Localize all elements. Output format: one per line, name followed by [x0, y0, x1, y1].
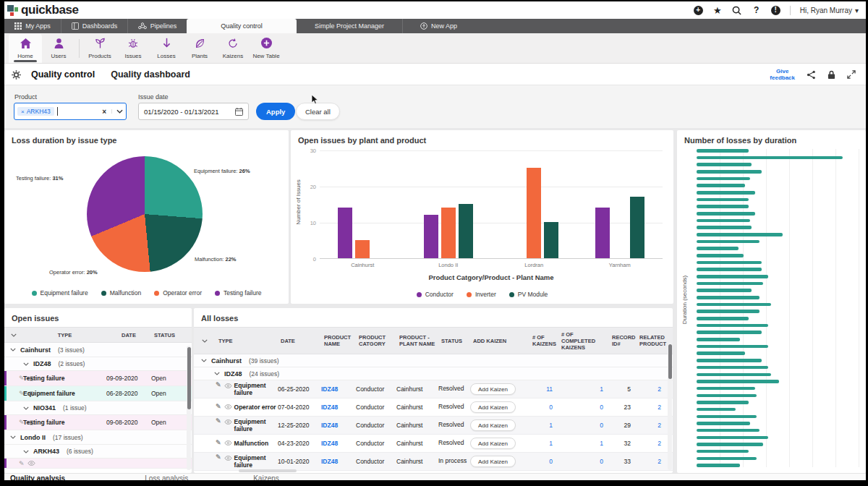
- lock-icon[interactable]: [827, 70, 835, 80]
- num-kaizens-cell[interactable]: 1: [529, 440, 558, 447]
- collapse-chevron-icon[interactable]: [10, 435, 16, 439]
- hbar-bar[interactable]: [697, 450, 749, 453]
- app-tab-dashboards[interactable]: Dashboards: [61, 19, 127, 33]
- hbar-bar[interactable]: [697, 331, 762, 334]
- give-feedback-link[interactable]: Givefeedback: [770, 68, 795, 81]
- hbar-bar[interactable]: [697, 212, 755, 216]
- all-losses-group-cainhurst[interactable]: Cainhurst(39 issues): [194, 354, 673, 367]
- app-tab-pipelines[interactable]: Pipelines: [127, 19, 187, 33]
- hbar-bar[interactable]: [697, 184, 745, 187]
- hbar-bar[interactable]: [697, 303, 771, 307]
- view-icon[interactable]: [224, 404, 232, 409]
- hbar-bar[interactable]: [697, 149, 749, 153]
- hbar-bar[interactable]: [697, 247, 739, 250]
- all-losses-subgroup-idz48[interactable]: IDZ48(24 issues): [194, 367, 673, 380]
- open-issues-header-chevron[interactable]: [4, 328, 23, 342]
- bar-inverter[interactable]: [527, 168, 541, 258]
- app-tab-my-apps[interactable]: My Apps: [4, 19, 61, 33]
- related-product-cell[interactable]: 2: [637, 404, 667, 411]
- hbar-bar[interactable]: [697, 254, 744, 257]
- gear-icon[interactable]: [12, 70, 21, 80]
- all-losses-vscrollbar[interactable]: [668, 343, 672, 470]
- hbar-bar[interactable]: [697, 198, 749, 202]
- footer-tab-kaizens[interactable]: Kaizens: [253, 474, 279, 480]
- hbar-bar[interactable]: [697, 282, 763, 286]
- open-issues-subgroup-idz48[interactable]: IDZ48(2 issues): [4, 357, 192, 371]
- nav-item-users[interactable]: Users: [42, 34, 75, 63]
- add-kaizen-button[interactable]: Add Kaizen: [470, 456, 516, 467]
- all-losses-row[interactable]: ✎Operator error07-04-2020IDZ48ConductorC…: [194, 398, 673, 417]
- hbar-bar[interactable]: [697, 233, 783, 236]
- app-tab-simple-project-manager[interactable]: Simple Project Manager: [297, 19, 402, 33]
- nav-item-products[interactable]: Products: [83, 34, 116, 63]
- apply-button[interactable]: Apply: [256, 103, 295, 120]
- hbar-bar[interactable]: [697, 310, 760, 313]
- nav-item-kaizens[interactable]: Kaizens: [216, 34, 250, 63]
- num-kaizens-cell[interactable]: 0: [529, 404, 558, 411]
- hbar-bar[interactable]: [697, 275, 768, 278]
- nav-item-plants[interactable]: Plants: [183, 34, 216, 63]
- all-losses-header-chevron[interactable]: [194, 328, 216, 354]
- help-icon[interactable]: ?: [752, 5, 762, 15]
- view-icon[interactable]: [224, 456, 232, 461]
- num-completed-kaizens-cell[interactable]: 1: [558, 385, 609, 393]
- add-kaizen-button[interactable]: Add Kaizen: [470, 419, 516, 431]
- hbar-bar[interactable]: [697, 205, 749, 208]
- hbar-bar[interactable]: [697, 359, 762, 362]
- related-product-cell[interactable]: 2: [637, 458, 667, 465]
- view-icon[interactable]: [224, 383, 232, 388]
- share-icon[interactable]: [807, 70, 816, 80]
- hbar-bar[interactable]: [697, 401, 749, 404]
- bar-pv-module[interactable]: [459, 204, 473, 258]
- clear-product-icon[interactable]: ×: [102, 108, 106, 116]
- nav-item-losses[interactable]: Losses: [150, 34, 183, 63]
- open-issues-subgroup-arkh43[interactable]: ARKH43(6 issues): [4, 445, 192, 459]
- nav-item-issues[interactable]: Issues: [116, 34, 150, 63]
- all-losses-row[interactable]: ✎Equipment failure10-01-2020IDZ48Conduct…: [194, 453, 673, 471]
- footer-tab-quality-analysis[interactable]: Quality analysis: [10, 474, 65, 480]
- open-issues-row[interactable]: ✎Equipment failure06-28-2020Open: [4, 386, 192, 401]
- hbar-bar[interactable]: [697, 338, 740, 341]
- view-icon[interactable]: [224, 419, 232, 425]
- hbar-bar[interactable]: [697, 226, 752, 229]
- collapse-chevron-icon[interactable]: [23, 450, 29, 453]
- num-completed-kaizens-cell[interactable]: 1: [558, 440, 609, 447]
- add-kaizen-button[interactable]: Add Kaizen: [470, 401, 516, 413]
- edit-icon[interactable]: ✎: [19, 460, 25, 467]
- expand-icon[interactable]: [847, 70, 856, 79]
- all-losses-row[interactable]: ✎Equipment failure12-25-2020IDZ48Conduct…: [194, 417, 673, 435]
- hbar-bar[interactable]: [697, 268, 762, 271]
- num-completed-kaizens-cell[interactable]: 0: [558, 458, 609, 465]
- edit-icon[interactable]: ✎: [216, 454, 221, 461]
- num-kaizens-cell[interactable]: 11: [529, 385, 558, 393]
- hbar-bar[interactable]: [697, 429, 760, 432]
- collapse-chevron-icon[interactable]: [10, 348, 16, 351]
- hbar-bar[interactable]: [697, 345, 768, 349]
- remove-tag-icon[interactable]: ×: [21, 108, 25, 115]
- all-losses-row[interactable]: ✎Equipment failure06-25-2020IDZ48Conduct…: [194, 380, 673, 398]
- view-icon[interactable]: [224, 440, 232, 446]
- hbar-bar[interactable]: [697, 351, 745, 355]
- hbar-bar[interactable]: [697, 394, 757, 398]
- hbar-bar[interactable]: [697, 443, 763, 446]
- open-issues-subgroup-nio341[interactable]: NIO341(1 issue): [4, 401, 192, 415]
- add-kaizen-button[interactable]: Add Kaizen: [470, 438, 516, 449]
- hbar-bar[interactable]: [697, 177, 750, 181]
- open-issues-vscrollbar[interactable]: [187, 346, 191, 470]
- all-losses-hscrollbar[interactable]: [239, 469, 297, 472]
- hbar-bar[interactable]: [697, 240, 760, 244]
- quickbase-logo[interactable]: quickbase: [4, 3, 79, 17]
- alert-icon[interactable]: !: [771, 6, 780, 15]
- collapse-chevron-icon[interactable]: [214, 372, 220, 375]
- open-issues-group-cainhurst[interactable]: Cainhurst(3 issues): [4, 343, 192, 357]
- edit-icon[interactable]: ✎: [216, 404, 221, 411]
- hbar-bar[interactable]: [697, 373, 771, 377]
- bar-conductor[interactable]: [424, 215, 438, 258]
- hbar-bar[interactable]: [697, 464, 740, 467]
- chevron-down-icon[interactable]: [111, 109, 123, 114]
- related-product-cell[interactable]: 2: [637, 440, 667, 447]
- hbar-bar[interactable]: [697, 408, 736, 412]
- product-name-link[interactable]: IDZ48: [321, 404, 356, 411]
- issue-date-input[interactable]: 01/15/2020 - 01/13/2021: [138, 103, 249, 120]
- pie-chart[interactable]: [87, 156, 203, 272]
